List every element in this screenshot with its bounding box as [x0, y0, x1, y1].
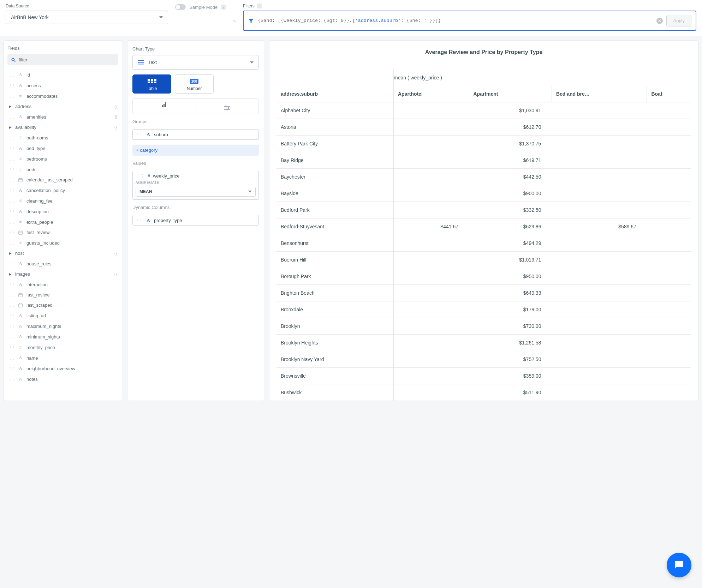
text-type-icon	[17, 334, 24, 340]
grip-icon: ⋮⋮	[9, 324, 14, 328]
cell-value: $900.00	[469, 185, 552, 202]
view-number-button[interactable]: 100 Number	[175, 74, 214, 94]
groups-field[interactable]: ⋮⋮ A suburb	[132, 129, 259, 140]
field-item-calendar_last_scraped[interactable]: ⋮⋮calendar_last_scraped	[7, 175, 118, 185]
cell-value	[552, 252, 647, 268]
cell-value: $441.67	[393, 218, 469, 235]
calendar-icon	[17, 303, 24, 308]
add-category-button[interactable]: + category	[132, 145, 259, 156]
cell-value: $950.00	[469, 268, 552, 285]
text-chart-icon	[138, 60, 144, 65]
customize-tab[interactable]	[196, 99, 259, 114]
field-name: host	[15, 251, 24, 256]
fields-filter-input[interactable]	[7, 54, 118, 65]
fields-filter[interactable]	[19, 57, 115, 62]
field-name: first_review	[26, 230, 50, 235]
field-item-description[interactable]: ⋮⋮description	[7, 206, 118, 217]
cell-value	[552, 152, 647, 169]
row-label: Brownsville	[276, 368, 393, 384]
field-item-id[interactable]: ⋮⋮id	[7, 70, 118, 80]
chart-type-select[interactable]: Text	[132, 55, 259, 70]
grip-icon: ⋮⋮	[9, 335, 14, 339]
data-source-value: AirBnB New York	[11, 14, 49, 20]
field-item-availability[interactable]: ▶availability{}	[7, 122, 118, 132]
field-item-extra_people[interactable]: ⋮⋮extra_people	[7, 217, 118, 227]
collapse-icon[interactable]: »	[233, 18, 236, 24]
view-table-button[interactable]: Table	[132, 74, 171, 94]
field-item-bed_type[interactable]: ⋮⋮bed_type	[7, 143, 118, 154]
field-item-notes[interactable]: ⋮⋮notes	[7, 374, 118, 384]
field-name: accommodates	[26, 94, 58, 99]
field-name: access	[26, 83, 41, 88]
field-item-bedrooms[interactable]: ⋮⋮bedrooms	[7, 154, 118, 164]
table-row: Brownsville$359.00	[276, 368, 691, 384]
sliders-icon	[224, 106, 230, 110]
chevron-down-icon	[159, 16, 163, 18]
field-item-host[interactable]: ▶host{}	[7, 248, 118, 258]
funnel-icon	[248, 18, 254, 24]
clear-icon[interactable]: ✕	[656, 18, 663, 24]
dynamic-columns-field[interactable]: ⋮⋮ A property_type	[132, 215, 259, 226]
field-name: notes	[26, 377, 38, 382]
field-item-name[interactable]: ⋮⋮name	[7, 353, 118, 363]
filter-input-box[interactable]: {$and: [{weekly_price: {$gt: 0}},{'addre…	[243, 11, 696, 31]
info-icon[interactable]: i	[257, 4, 262, 8]
cell-value: $511.90	[469, 384, 552, 401]
field-item-beds[interactable]: ⋮⋮beds	[7, 164, 118, 175]
field-item-first_review[interactable]: ⋮⋮first_review	[7, 227, 118, 238]
field-item-monthly_price[interactable]: ⋮⋮monthly_price	[7, 342, 118, 353]
field-name: bathrooms	[26, 135, 48, 140]
grip-icon: ⋮⋮	[9, 199, 14, 203]
field-item-maximum_nights[interactable]: ⋮⋮maximum_nights	[7, 321, 118, 331]
cell-value	[647, 252, 691, 268]
field-item-interaction[interactable]: ⋮⋮interaction	[7, 279, 118, 290]
field-item-access[interactable]: ⋮⋮access	[7, 80, 118, 91]
aggregate-select[interactable]: MEAN	[136, 187, 256, 197]
grip-icon: ⋮⋮	[9, 303, 14, 307]
cell-value: $1,030.91	[469, 102, 552, 119]
field-name: monthly_price	[26, 345, 55, 350]
sample-mode-label: Sample Mode	[189, 5, 218, 10]
sample-mode-toggle[interactable]	[175, 4, 186, 10]
cell-value	[647, 335, 691, 351]
info-icon[interactable]: i	[221, 5, 226, 10]
cell-value	[552, 384, 647, 401]
field-item-accommodates[interactable]: ⋮⋮accommodates	[7, 91, 118, 101]
cell-value	[552, 202, 647, 218]
chat-fab-button[interactable]	[667, 553, 691, 577]
cell-value: $589.67	[552, 218, 647, 235]
field-item-cleaning_fee[interactable]: ⋮⋮cleaning_fee	[7, 196, 118, 206]
encode-tab[interactable]	[133, 99, 196, 114]
data-source-select[interactable]: AirBnB New York	[6, 11, 168, 24]
field-name: beds	[26, 167, 36, 172]
apply-button[interactable]: Apply	[666, 15, 691, 26]
config-panel: Chart Type Text Table 100 Number Groups …	[127, 40, 264, 401]
field-item-bathrooms[interactable]: ⋮⋮bathrooms	[7, 132, 118, 143]
field-item-neighborhood_overview[interactable]: ⋮⋮neighborhood_overview	[7, 363, 118, 374]
field-item-cancellation_policy[interactable]: ⋮⋮cancellation_policy	[7, 185, 118, 196]
row-label: Bedford Park	[276, 202, 393, 218]
field-item-images[interactable]: ▶images{}	[7, 269, 118, 279]
cell-value	[647, 301, 691, 318]
field-item-address[interactable]: ▶address{}	[7, 101, 118, 112]
cell-value	[393, 384, 469, 401]
cell-value	[393, 102, 469, 119]
field-item-last_scraped[interactable]: ⋮⋮last_scraped	[7, 300, 118, 310]
cell-value	[647, 218, 691, 235]
field-item-listing_url[interactable]: ⋮⋮listing_url	[7, 310, 118, 321]
field-item-last_review[interactable]: ⋮⋮last_review	[7, 290, 118, 300]
calendar-icon	[17, 178, 24, 182]
values-label: Values	[132, 161, 259, 166]
svg-rect-14	[19, 304, 23, 307]
number-type-icon: #	[148, 173, 150, 179]
text-type-icon	[17, 145, 24, 151]
field-item-house_rules[interactable]: ⋮⋮house_rules	[7, 258, 118, 269]
field-item-amenities[interactable]: ⋮⋮amenities[]	[7, 112, 118, 122]
viz-table: mean ( weekly_price ) address.suburb Apa…	[276, 70, 691, 401]
number-type-icon	[17, 344, 24, 350]
cell-value	[393, 368, 469, 384]
field-item-minimum_nights[interactable]: ⋮⋮minimum_nights	[7, 331, 118, 342]
cell-value	[393, 152, 469, 169]
field-item-guests_included[interactable]: ⋮⋮guests_included	[7, 238, 118, 248]
grip-icon: ⋮⋮	[9, 168, 14, 172]
